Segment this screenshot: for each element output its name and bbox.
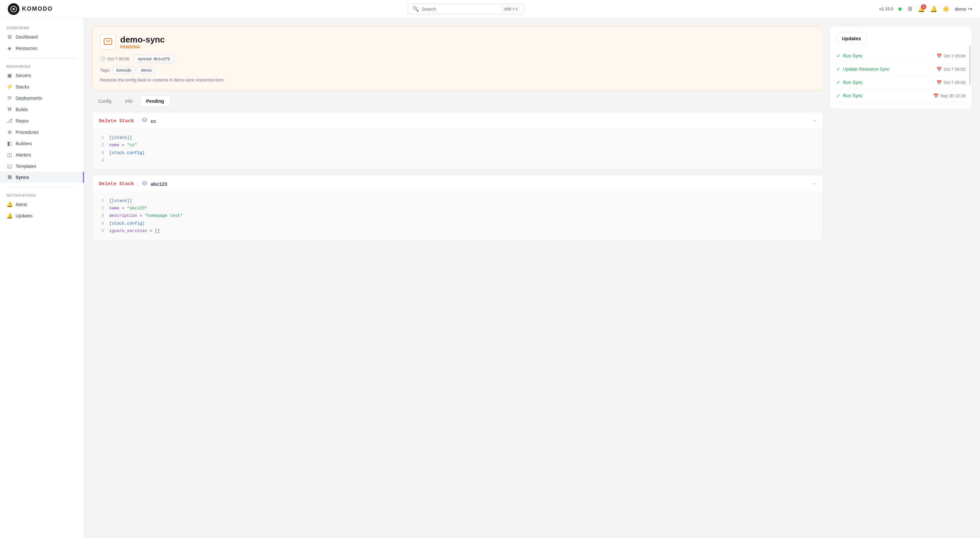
sidebar-item-deployments[interactable]: ⟳ Deployments <box>0 92 84 104</box>
check-icon-2: ✓ <box>837 67 840 72</box>
sidebar-procedures-label: Procedures <box>16 130 39 135</box>
calendar-icon-1: 📅 <box>937 54 942 58</box>
sidebar-item-alerts[interactable]: 🔔 Alerts <box>0 199 84 210</box>
hero-time-value: Oct 7 05:06 <box>107 56 129 61</box>
main-content: demo-sync PENDING 🕐 Oct 7 05:06 synced: … <box>84 18 980 538</box>
code-line-2-3: 3 description = "homepage test" <box>99 212 816 220</box>
updates-panel-title: Updates <box>837 33 867 44</box>
notification-count: 1 <box>921 4 926 10</box>
delete-stack-label-2: Delete Stack <box>99 181 134 187</box>
check-icon-4: ✓ <box>837 93 840 98</box>
tag-demo: demo <box>137 67 155 73</box>
overviews-section-label: Overviews <box>0 23 84 31</box>
bell-icon[interactable]: 🔔 <box>930 5 937 13</box>
logout-icon[interactable]: ↪ <box>968 6 972 12</box>
code-stack-name-2: abc123 <box>151 181 167 187</box>
update-item-2: ✓ Update Resource Sync 📅 Oct 7 05:02 <box>837 62 966 76</box>
updates-icon: 🔔 <box>6 213 12 219</box>
username: demo <box>955 6 966 12</box>
collapse-btn-2[interactable]: − <box>813 180 816 187</box>
builders-icon: ◧ <box>6 140 12 146</box>
procedures-icon: ⊕ <box>6 129 12 135</box>
hero-sync-badge: synced: 9e1cd79 <box>134 55 173 63</box>
search-bar[interactable]: 🔍 shift + s <box>408 3 524 14</box>
search-input[interactable] <box>422 6 500 12</box>
pipe-sep-1: | <box>137 118 138 124</box>
update-label-4: Run Sync <box>843 93 933 98</box>
dashboard-icon: ⊞ <box>6 34 12 40</box>
code-line-1-4: 4 <box>99 156 816 164</box>
sidebar-item-stacks[interactable]: ⚡ Stacks <box>0 81 84 92</box>
hero-time: 🕐 Oct 7 05:06 <box>100 56 129 61</box>
code-stack-name-1: cc <box>151 118 156 124</box>
tab-pending[interactable]: Pending <box>140 96 170 107</box>
code-line-1-1: 1 [[stack]] <box>99 134 816 141</box>
sidebar-deployments-label: Deployments <box>16 96 42 101</box>
hero-title: demo-sync <box>120 35 165 45</box>
tags-label: Tags: <box>100 68 110 73</box>
sidebar-repos-label: Repos <box>16 118 29 124</box>
sidebar-alerts-label: Alerts <box>16 202 27 207</box>
collapse-btn-1[interactable]: − <box>813 118 816 124</box>
sidebar-item-syncs[interactable]: ⧉ Syncs <box>0 172 84 183</box>
update-time-1: 📅 Oct 7 05:06 <box>937 54 966 58</box>
sidebar-item-templates[interactable]: ◱ Templates <box>0 161 84 172</box>
sidebar-item-dashboard[interactable]: ⊞ Dashboard <box>0 31 84 43</box>
sidebar-stacks-label: Stacks <box>16 84 29 89</box>
update-item-3: ✓ Run Sync 📅 Oct 7 05:00 <box>837 76 966 89</box>
sidebar-resources-label: Resources <box>16 46 37 51</box>
code-line-1-2: 2 name = "cc" <box>99 141 816 149</box>
version-badge: v1.15.0 <box>879 6 893 11</box>
sidebar-item-repos[interactable]: ⎇ Repos <box>0 115 84 126</box>
search-shortcut: shift + s <box>502 6 520 12</box>
sidebar-item-procedures[interactable]: ⊕ Procedures <box>0 126 84 138</box>
code-card-2-header: Delete Stack | abc123 − <box>92 175 823 192</box>
hero-header: demo-sync PENDING <box>100 34 815 49</box>
tab-config[interactable]: Config <box>92 96 117 107</box>
alerts-icon: 🔔 <box>6 201 12 207</box>
code-line-2-4: 4 [stack.config] <box>99 220 816 227</box>
update-time-2: 📅 Oct 7 05:02 <box>937 67 966 72</box>
logo-icon <box>8 3 19 15</box>
syncs-icon: ⧉ <box>6 174 12 180</box>
update-item-4: ✓ Run Sync 📅 Sep 30 13:19 <box>837 89 966 102</box>
alerters-icon: ◫ <box>6 152 12 158</box>
svg-point-2 <box>105 44 106 45</box>
sidebar-item-builds[interactable]: ⚒ Builds <box>0 104 84 115</box>
update-time-4: 📅 Sep 30 13:19 <box>933 93 966 98</box>
sidebar-item-alerters[interactable]: ◫ Alerters <box>0 149 84 161</box>
hero-tags: Tags: komodo demo <box>100 67 815 73</box>
hero-status: PENDING <box>120 45 165 49</box>
sidebar-syncs-label: Syncs <box>16 175 29 180</box>
left-column: demo-sync PENDING 🕐 Oct 7 05:06 synced: … <box>92 26 823 530</box>
status-dot <box>898 8 902 11</box>
code-line-2-1: 1 [[stack]] <box>99 197 816 204</box>
deployments-icon: ⟳ <box>6 95 12 101</box>
user-section[interactable]: demo ↪ <box>955 6 972 12</box>
templates-icon: ◱ <box>6 163 12 169</box>
repos-icon: ⎇ <box>6 118 12 124</box>
update-time-value-2: Oct 7 05:02 <box>944 67 966 72</box>
logo-text: KOMODO <box>22 5 53 12</box>
monitor-icon[interactable]: 🖥 <box>907 5 913 12</box>
resources-icon: ◈ <box>6 45 12 51</box>
theme-icon[interactable]: ☀️ <box>942 5 950 13</box>
hero-title-wrap: demo-sync PENDING <box>120 35 165 49</box>
sidebar-servers-label: Servers <box>16 73 31 78</box>
layout: Overviews ⊞ Dashboard ◈ Resources Resour… <box>0 18 980 538</box>
sidebar-item-updates[interactable]: 🔔 Updates <box>0 210 84 221</box>
calendar-icon-3: 📅 <box>937 80 942 85</box>
sidebar-item-servers[interactable]: ▣ Servers <box>0 70 84 81</box>
topbar-right: v1.15.0 🖥 🔔 1 🔔 ☀️ demo ↪ <box>879 5 972 13</box>
delete-stack-label-1: Delete Stack <box>99 118 134 124</box>
scrollbar-indicator[interactable] <box>969 46 970 84</box>
check-icon-1: ✓ <box>837 53 840 58</box>
tab-info[interactable]: Info <box>119 96 138 107</box>
sidebar-item-builders[interactable]: ◧ Builders <box>0 138 84 149</box>
clock-icon: 🕐 <box>100 56 105 61</box>
sidebar-templates-label: Templates <box>16 164 36 169</box>
update-time-3: 📅 Oct 7 05:00 <box>937 80 966 85</box>
bell-alert-icon[interactable]: 🔔 1 <box>918 5 925 13</box>
sidebar-item-resources[interactable]: ◈ Resources <box>0 43 84 54</box>
code-card-1: Delete Stack | cc − 1 [[stack]] <box>92 112 823 170</box>
